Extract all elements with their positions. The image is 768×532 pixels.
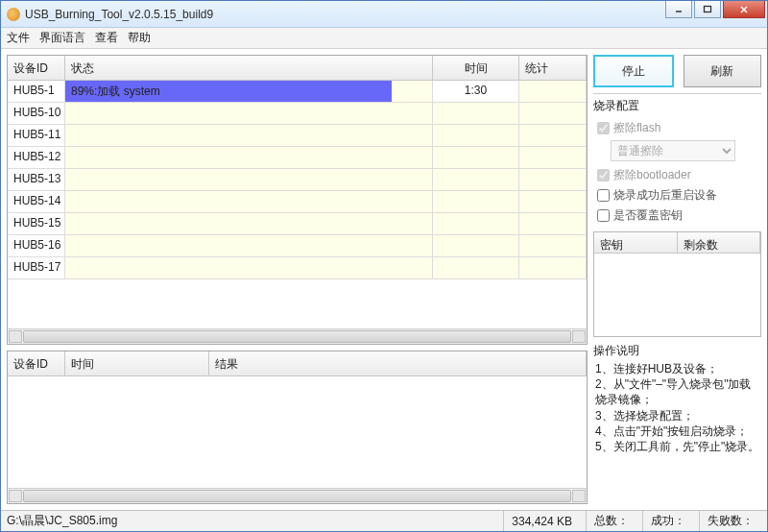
cell-time: 1:30 [433,81,519,102]
cell-id: HUB5-11 [8,125,65,146]
refresh-button[interactable]: 刷新 [684,55,762,87]
cell-status: 89%:加载 system [65,81,433,102]
cell-stat [519,213,587,234]
table-row[interactable]: HUB5-11 [8,125,587,147]
menu-language[interactable]: 界面语言 [39,30,85,46]
table-row[interactable]: HUB5-189%:加载 system1:30 [8,81,587,103]
cell-stat [519,235,587,256]
cell-status [65,213,433,234]
status-path: G:\晶晨\JC_S805.img [7,511,497,531]
status-total: 总数： [586,511,636,531]
cell-stat [519,103,587,124]
overwrite-key-check[interactable]: 是否覆盖密钥 [593,206,761,226]
cell-status [65,125,433,146]
key-grid: 密钥 剩余数 [593,231,761,337]
cell-time [433,191,519,212]
cell-id: HUB5-13 [8,169,65,190]
minimize-button[interactable] [665,1,692,18]
cell-status [65,235,433,256]
cell-time [433,257,519,278]
cell-id: HUB5-16 [8,235,65,256]
key-grid-body [594,254,760,335]
cell-status [65,147,433,168]
result-grid-body [8,376,587,488]
cell-stat [519,125,587,146]
cell-id: HUB5-10 [8,103,65,124]
device-grid-header: 设备ID 状态 时间 统计 [8,56,587,81]
col-header-time[interactable]: 时间 [433,56,519,80]
cell-id: HUB5-17 [8,257,65,278]
statusbar: G:\晶晨\JC_S805.img 334,424 KB 总数： 成功： 失败数… [1,510,767,531]
status-fail: 失败数： [699,511,761,531]
result-grid: 设备ID 时间 结果 [7,351,588,504]
cell-time [433,169,519,190]
cell-time [433,235,519,256]
cell-time [433,147,519,168]
app-window: USB_Burning_Tool_v2.0.5.15_build9 文件 界面语… [0,0,768,532]
table-row[interactable]: HUB5-15 [8,213,587,235]
instructions: 操作说明 1、连接好HUB及设备； 2、从"文件"–"导入烧录包"加载烧录镜像；… [593,343,761,454]
cell-id: HUB5-12 [8,147,65,168]
titlebar[interactable]: USB_Burning_Tool_v2.0.5.15_build9 [1,1,767,28]
table-row[interactable]: HUB5-14 [8,191,587,213]
cell-status [65,257,433,278]
cell-time [433,125,519,146]
cell-status [65,169,433,190]
table-row[interactable]: HUB5-16 [8,235,587,257]
config-panel: 烧录配置 擦除flash 普通擦除 擦除bootloader 烧录成功后重启设备… [593,93,761,226]
table-row[interactable]: HUB5-13 [8,169,587,191]
erase-flash-check[interactable]: 擦除flash [593,118,761,138]
cell-id: HUB5-15 [8,213,65,234]
table-row[interactable]: HUB5-12 [8,147,587,169]
device-grid: 设备ID 状态 时间 统计 HUB5-189%:加载 system1:30HUB… [7,55,588,345]
menu-view[interactable]: 查看 [95,30,118,46]
instructions-title: 操作说明 [593,343,761,359]
reboot-check[interactable]: 烧录成功后重启设备 [593,185,761,206]
col-header-time2[interactable]: 时间 [65,351,209,375]
close-button[interactable] [723,1,765,18]
cell-stat [519,257,587,278]
col-header-status[interactable]: 状态 [65,56,433,80]
erase-bootloader-check[interactable]: 擦除bootloader [593,165,761,185]
menu-help[interactable]: 帮助 [128,30,151,46]
maximize-button[interactable] [694,1,721,18]
result-grid-hscroll[interactable] [8,488,587,503]
window-title: USB_Burning_Tool_v2.0.5.15_build9 [25,8,665,21]
key-col2[interactable]: 剩余数 [678,232,761,253]
svg-rect-1 [705,6,711,12]
cell-stat [519,81,587,102]
status-success: 成功： [642,511,693,531]
cell-stat [519,147,587,168]
table-row[interactable]: HUB5-10 [8,103,587,125]
cell-time [433,103,519,124]
menu-file[interactable]: 文件 [7,30,30,46]
col-header-stat[interactable]: 统计 [519,56,587,80]
config-title: 烧录配置 [593,98,761,114]
col-header-result[interactable]: 结果 [209,351,587,375]
cell-stat [519,191,587,212]
result-grid-header: 设备ID 时间 结果 [8,351,587,376]
cell-status [65,103,433,124]
cell-stat [519,169,587,190]
cell-id: HUB5-1 [8,81,65,102]
cell-status [65,191,433,212]
device-grid-hscroll[interactable] [8,328,587,344]
table-row[interactable]: HUB5-17 [8,257,587,279]
erase-mode-select[interactable]: 普通擦除 [611,140,735,161]
col-header-id2[interactable]: 设备ID [8,351,65,375]
col-header-id[interactable]: 设备ID [8,56,65,80]
app-icon [7,8,20,21]
cell-time [433,213,519,234]
menubar: 文件 界面语言 查看 帮助 [1,28,767,49]
stop-button[interactable]: 停止 [593,55,674,87]
key-col1[interactable]: 密钥 [594,232,678,253]
status-size: 334,424 KB [503,511,580,531]
cell-id: HUB5-14 [8,191,65,212]
